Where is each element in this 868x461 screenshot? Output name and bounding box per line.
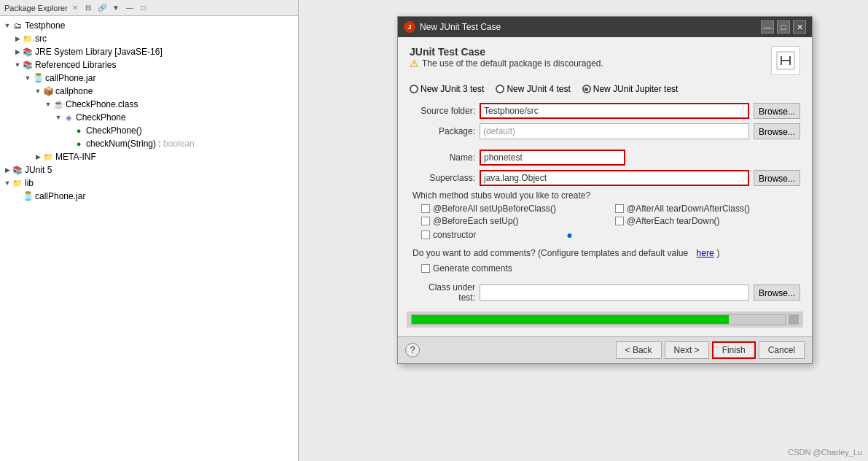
section-title: JUnit Test Case — [410, 46, 603, 58]
minimize-panel-btn[interactable]: — — [124, 2, 136, 14]
tree-item-callphone-pkg[interactable]: ▼ 📦 callphone — [0, 85, 298, 98]
checkbox-generate-comments — [421, 264, 430, 273]
superclass-browse-btn[interactable]: Browse... — [754, 170, 800, 186]
radio-junit4[interactable]: New JUnit 4 test — [496, 84, 570, 94]
class-under-test-input[interactable] — [480, 284, 749, 301]
minimize-dialog-btn[interactable]: — — [761, 20, 774, 34]
source-folder-browse-btn[interactable]: Browse... — [754, 103, 800, 119]
arrow-callphone-pkg: ▼ — [34, 88, 42, 95]
comments-row: Do you want to add comments? (Configure … — [410, 247, 800, 260]
stubs-grid: @BeforeAll setUpBeforeClass() @AfterAll … — [410, 204, 800, 226]
generate-comments-checkbox[interactable]: Generate comments — [421, 263, 512, 274]
tree-item-checkphone-ctor[interactable]: ● CheckPhone() — [0, 124, 298, 137]
stub-afterall-label: @AfterAll tearDownAfterClass() — [627, 204, 750, 214]
stub-afterall[interactable]: @AfterAll tearDownAfterClass() — [615, 204, 800, 214]
label-checkphone-class: CheckPhone.class — [66, 99, 138, 109]
superclass-value: java.lang.Object — [484, 173, 547, 183]
label-checkphone-ctor: CheckPhone() — [86, 125, 142, 136]
comments-question-end: ) — [717, 247, 720, 260]
stub-constructor[interactable]: constructor — [421, 230, 476, 240]
label-callphonejar1: callPhone.jar — [45, 73, 95, 83]
label-callphonejar2: callPhone.jar — [35, 191, 85, 201]
radio-circle-junit4 — [496, 85, 504, 93]
cancel-button[interactable]: Cancel — [759, 341, 805, 359]
icon-callphone-pkg: 📦 — [42, 85, 54, 97]
source-folder-input[interactable]: Testphone/src — [480, 103, 749, 119]
stub-beforeeach[interactable]: @BeforeEach setUp() — [421, 216, 606, 226]
name-value: phonetest — [484, 152, 523, 163]
name-input[interactable]: phonetest — [480, 150, 625, 166]
tree-item-junit5[interactable]: ▶ 📚 JUnit 5 — [0, 163, 298, 177]
comments-link[interactable]: here — [697, 247, 714, 260]
tree-item-jre[interactable]: ▶ 📚 JRE System Library [JavaSE-16] — [0, 45, 298, 58]
stub-beforeall-label: @BeforeAll setUpBeforeClass() — [433, 204, 556, 214]
footer-buttons: < Back Next > Finish Cancel — [616, 341, 805, 359]
stub-beforeeach-label: @BeforeEach setUp() — [433, 216, 519, 226]
watermark: CSDN @Charley_Lu — [788, 448, 862, 457]
radio-circle-junit3 — [410, 85, 418, 93]
warning-text: The use of the default package is discou… — [422, 58, 603, 69]
radio-junit-jupiter[interactable]: New JUnit Jupiter test — [582, 84, 679, 94]
label-jre: JRE System Library [JavaSE-16] — [35, 47, 163, 57]
radio-circle-junit-jupiter — [582, 85, 591, 93]
checkbox-constructor — [421, 230, 430, 239]
stub-aftereach[interactable]: @AfterEach tearDown() — [615, 216, 800, 226]
icon-junit5: 📚 — [12, 164, 23, 176]
icon-reflibs: 📚 — [22, 59, 34, 71]
icon-checkphone-inner: ◈ — [63, 112, 74, 123]
source-folder-value: Testphone/src — [484, 106, 539, 116]
package-browse-btn[interactable]: Browse... — [754, 123, 800, 139]
superclass-input[interactable]: java.lang.Object — [480, 170, 749, 186]
tree-item-callphonejar1[interactable]: ▼ 🫙 callPhone.jar — [0, 71, 298, 85]
tree-item-src[interactable]: ▶ 📁 src — [0, 32, 298, 45]
name-row: Name: phonetest — [410, 150, 800, 166]
class-under-test-row: Class under test: Browse... — [410, 282, 800, 303]
label-lib: lib — [25, 178, 34, 188]
stub-aftereach-label: @AfterEach tearDown() — [627, 216, 720, 226]
link-btn[interactable]: 🔗 — [96, 2, 108, 14]
icon-callphonejar2: 🫙 — [22, 190, 34, 202]
label-junit5: JUnit 5 — [25, 165, 52, 175]
label-metainf: META-INF — [55, 152, 96, 162]
source-folder-label: Source folder: — [410, 106, 475, 116]
radio-junit3[interactable]: New JUnit 3 test — [410, 84, 484, 94]
stub-beforeall[interactable]: @BeforeAll setUpBeforeClass() — [421, 204, 606, 214]
progress-area — [407, 311, 803, 328]
tree-item-metainf[interactable]: ▶ 📁 META-INF — [0, 150, 298, 163]
tree-item-lib[interactable]: ▼ 📁 lib — [0, 177, 298, 190]
arrow-reflibs: ▼ — [13, 61, 22, 69]
progress-end-square — [789, 314, 799, 325]
section-title-block: JUnit Test Case ⚠ The use of the default… — [410, 46, 603, 78]
constructor-row: constructor ● — [410, 229, 800, 241]
dialog-body: JUnit Test Case ⚠ The use of the default… — [398, 37, 812, 336]
back-button[interactable]: < Back — [616, 341, 662, 359]
tree-item-checkphone-inner[interactable]: ▼ ◈ CheckPhone — [0, 111, 298, 124]
maximize-panel-btn[interactable]: □ — [138, 2, 149, 14]
checkbox-aftereach — [615, 217, 624, 225]
tree-item-checkphone-class[interactable]: ▼ ☕ CheckPhone.class — [0, 98, 298, 111]
label-checkphone-inner: CheckPhone — [76, 112, 126, 123]
tree-item-testphone[interactable]: ▼ 🗂 Testphone — [0, 19, 298, 32]
dialog-titlebar-buttons: — □ ✕ — [761, 20, 806, 34]
tree-item-checknum[interactable]: ● checkNum(String) : boolean — [0, 137, 298, 150]
finish-button[interactable]: Finish — [712, 341, 756, 359]
checkbox-beforeall — [421, 204, 430, 213]
icon-callphonejar1: 🫙 — [32, 72, 44, 84]
checkbox-beforeeach — [421, 217, 430, 225]
view-menu-btn[interactable]: ▼ — [110, 2, 122, 14]
next-button[interactable]: Next > — [665, 341, 709, 359]
close-dialog-btn[interactable]: ✕ — [793, 20, 806, 34]
radio-row: New JUnit 3 test New JUnit 4 test New JU… — [410, 84, 800, 94]
progress-bar-fill — [412, 315, 729, 324]
superclass-row: Superclass: java.lang.Object Browse... — [410, 170, 800, 186]
tree-item-callphonejar2[interactable]: 🫙 callPhone.jar — [0, 190, 298, 203]
class-under-test-browse-btn[interactable]: Browse... — [754, 284, 800, 301]
name-label: Name: — [410, 152, 475, 163]
maximize-dialog-btn[interactable]: □ — [777, 20, 790, 34]
help-button[interactable]: ? — [405, 343, 420, 357]
info-dot: ● — [566, 229, 572, 241]
collapse-btn[interactable]: ⊟ — [82, 2, 94, 14]
tree-item-reflibs[interactable]: ▼ 📚 Referenced Libraries — [0, 58, 298, 71]
package-input[interactable]: (default) — [480, 123, 749, 139]
arrow-jre: ▶ — [13, 48, 22, 55]
